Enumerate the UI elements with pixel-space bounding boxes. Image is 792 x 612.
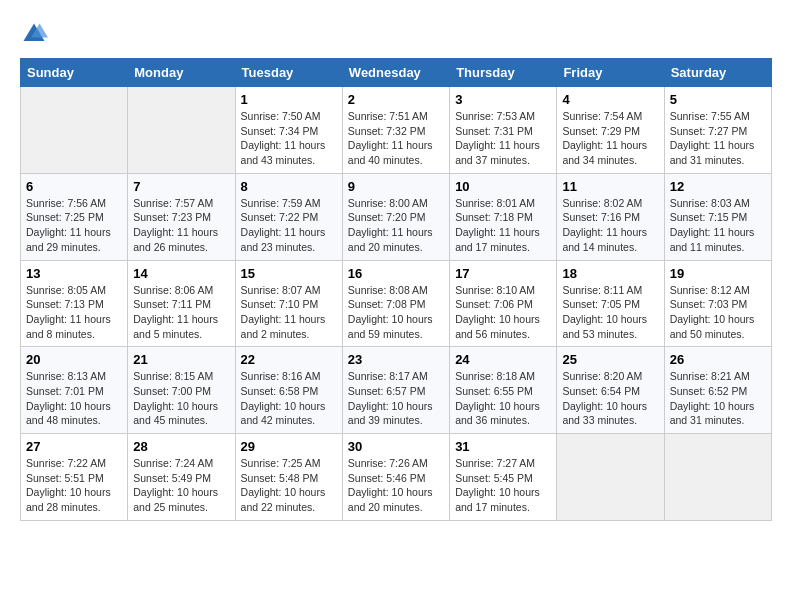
day-info: Sunrise: 8:16 AM Sunset: 6:58 PM Dayligh… — [241, 369, 337, 428]
day-number: 5 — [670, 92, 766, 107]
day-info: Sunrise: 8:07 AM Sunset: 7:10 PM Dayligh… — [241, 283, 337, 342]
day-number: 4 — [562, 92, 658, 107]
calendar-week-row: 13Sunrise: 8:05 AM Sunset: 7:13 PM Dayli… — [21, 260, 772, 347]
calendar-cell: 1Sunrise: 7:50 AM Sunset: 7:34 PM Daylig… — [235, 87, 342, 174]
calendar-cell: 7Sunrise: 7:57 AM Sunset: 7:23 PM Daylig… — [128, 173, 235, 260]
calendar-cell — [557, 434, 664, 521]
day-number: 17 — [455, 266, 551, 281]
day-number: 29 — [241, 439, 337, 454]
day-info: Sunrise: 8:12 AM Sunset: 7:03 PM Dayligh… — [670, 283, 766, 342]
day-info: Sunrise: 8:18 AM Sunset: 6:55 PM Dayligh… — [455, 369, 551, 428]
calendar-cell: 6Sunrise: 7:56 AM Sunset: 7:25 PM Daylig… — [21, 173, 128, 260]
calendar-cell: 25Sunrise: 8:20 AM Sunset: 6:54 PM Dayli… — [557, 347, 664, 434]
calendar-cell: 4Sunrise: 7:54 AM Sunset: 7:29 PM Daylig… — [557, 87, 664, 174]
calendar-cell: 22Sunrise: 8:16 AM Sunset: 6:58 PM Dayli… — [235, 347, 342, 434]
day-info: Sunrise: 8:21 AM Sunset: 6:52 PM Dayligh… — [670, 369, 766, 428]
calendar-cell — [128, 87, 235, 174]
day-number: 28 — [133, 439, 229, 454]
weekday-header: Thursday — [450, 59, 557, 87]
day-info: Sunrise: 7:53 AM Sunset: 7:31 PM Dayligh… — [455, 109, 551, 168]
calendar-cell: 23Sunrise: 8:17 AM Sunset: 6:57 PM Dayli… — [342, 347, 449, 434]
day-info: Sunrise: 7:55 AM Sunset: 7:27 PM Dayligh… — [670, 109, 766, 168]
day-info: Sunrise: 8:10 AM Sunset: 7:06 PM Dayligh… — [455, 283, 551, 342]
day-info: Sunrise: 8:11 AM Sunset: 7:05 PM Dayligh… — [562, 283, 658, 342]
day-number: 31 — [455, 439, 551, 454]
day-info: Sunrise: 7:51 AM Sunset: 7:32 PM Dayligh… — [348, 109, 444, 168]
day-info: Sunrise: 7:27 AM Sunset: 5:45 PM Dayligh… — [455, 456, 551, 515]
calendar-cell: 30Sunrise: 7:26 AM Sunset: 5:46 PM Dayli… — [342, 434, 449, 521]
calendar-cell: 8Sunrise: 7:59 AM Sunset: 7:22 PM Daylig… — [235, 173, 342, 260]
day-number: 25 — [562, 352, 658, 367]
day-info: Sunrise: 8:15 AM Sunset: 7:00 PM Dayligh… — [133, 369, 229, 428]
weekday-header: Tuesday — [235, 59, 342, 87]
day-info: Sunrise: 7:24 AM Sunset: 5:49 PM Dayligh… — [133, 456, 229, 515]
calendar-cell: 29Sunrise: 7:25 AM Sunset: 5:48 PM Dayli… — [235, 434, 342, 521]
day-number: 30 — [348, 439, 444, 454]
weekday-header: Wednesday — [342, 59, 449, 87]
calendar-cell: 5Sunrise: 7:55 AM Sunset: 7:27 PM Daylig… — [664, 87, 771, 174]
calendar-week-row: 20Sunrise: 8:13 AM Sunset: 7:01 PM Dayli… — [21, 347, 772, 434]
calendar-cell: 9Sunrise: 8:00 AM Sunset: 7:20 PM Daylig… — [342, 173, 449, 260]
calendar-cell: 21Sunrise: 8:15 AM Sunset: 7:00 PM Dayli… — [128, 347, 235, 434]
day-info: Sunrise: 7:25 AM Sunset: 5:48 PM Dayligh… — [241, 456, 337, 515]
day-number: 20 — [26, 352, 122, 367]
calendar-cell: 3Sunrise: 7:53 AM Sunset: 7:31 PM Daylig… — [450, 87, 557, 174]
day-info: Sunrise: 8:17 AM Sunset: 6:57 PM Dayligh… — [348, 369, 444, 428]
calendar-cell: 27Sunrise: 7:22 AM Sunset: 5:51 PM Dayli… — [21, 434, 128, 521]
calendar-table: SundayMondayTuesdayWednesdayThursdayFrid… — [20, 58, 772, 521]
calendar-cell — [664, 434, 771, 521]
day-info: Sunrise: 7:56 AM Sunset: 7:25 PM Dayligh… — [26, 196, 122, 255]
day-number: 10 — [455, 179, 551, 194]
calendar-cell: 16Sunrise: 8:08 AM Sunset: 7:08 PM Dayli… — [342, 260, 449, 347]
day-info: Sunrise: 8:00 AM Sunset: 7:20 PM Dayligh… — [348, 196, 444, 255]
day-number: 15 — [241, 266, 337, 281]
day-number: 21 — [133, 352, 229, 367]
calendar-cell: 28Sunrise: 7:24 AM Sunset: 5:49 PM Dayli… — [128, 434, 235, 521]
day-number: 3 — [455, 92, 551, 107]
weekday-header: Sunday — [21, 59, 128, 87]
day-info: Sunrise: 8:06 AM Sunset: 7:11 PM Dayligh… — [133, 283, 229, 342]
day-info: Sunrise: 8:05 AM Sunset: 7:13 PM Dayligh… — [26, 283, 122, 342]
day-number: 16 — [348, 266, 444, 281]
day-number: 22 — [241, 352, 337, 367]
day-number: 27 — [26, 439, 122, 454]
day-number: 19 — [670, 266, 766, 281]
calendar-cell: 18Sunrise: 8:11 AM Sunset: 7:05 PM Dayli… — [557, 260, 664, 347]
calendar-cell: 17Sunrise: 8:10 AM Sunset: 7:06 PM Dayli… — [450, 260, 557, 347]
day-number: 26 — [670, 352, 766, 367]
calendar-cell: 15Sunrise: 8:07 AM Sunset: 7:10 PM Dayli… — [235, 260, 342, 347]
day-number: 14 — [133, 266, 229, 281]
calendar-cell: 20Sunrise: 8:13 AM Sunset: 7:01 PM Dayli… — [21, 347, 128, 434]
calendar-cell: 31Sunrise: 7:27 AM Sunset: 5:45 PM Dayli… — [450, 434, 557, 521]
day-number: 9 — [348, 179, 444, 194]
calendar-cell — [21, 87, 128, 174]
day-info: Sunrise: 7:26 AM Sunset: 5:46 PM Dayligh… — [348, 456, 444, 515]
calendar-cell: 13Sunrise: 8:05 AM Sunset: 7:13 PM Dayli… — [21, 260, 128, 347]
day-info: Sunrise: 7:54 AM Sunset: 7:29 PM Dayligh… — [562, 109, 658, 168]
day-info: Sunrise: 7:57 AM Sunset: 7:23 PM Dayligh… — [133, 196, 229, 255]
weekday-header: Friday — [557, 59, 664, 87]
calendar-cell: 14Sunrise: 8:06 AM Sunset: 7:11 PM Dayli… — [128, 260, 235, 347]
calendar-cell: 10Sunrise: 8:01 AM Sunset: 7:18 PM Dayli… — [450, 173, 557, 260]
calendar-cell: 19Sunrise: 8:12 AM Sunset: 7:03 PM Dayli… — [664, 260, 771, 347]
calendar-cell: 2Sunrise: 7:51 AM Sunset: 7:32 PM Daylig… — [342, 87, 449, 174]
calendar-header-row: SundayMondayTuesdayWednesdayThursdayFrid… — [21, 59, 772, 87]
logo — [20, 20, 52, 48]
calendar-week-row: 6Sunrise: 7:56 AM Sunset: 7:25 PM Daylig… — [21, 173, 772, 260]
weekday-header: Monday — [128, 59, 235, 87]
calendar-cell: 26Sunrise: 8:21 AM Sunset: 6:52 PM Dayli… — [664, 347, 771, 434]
calendar-cell: 11Sunrise: 8:02 AM Sunset: 7:16 PM Dayli… — [557, 173, 664, 260]
day-info: Sunrise: 8:03 AM Sunset: 7:15 PM Dayligh… — [670, 196, 766, 255]
day-number: 7 — [133, 179, 229, 194]
day-info: Sunrise: 8:02 AM Sunset: 7:16 PM Dayligh… — [562, 196, 658, 255]
logo-icon — [20, 20, 48, 48]
day-info: Sunrise: 8:20 AM Sunset: 6:54 PM Dayligh… — [562, 369, 658, 428]
day-number: 12 — [670, 179, 766, 194]
day-number: 6 — [26, 179, 122, 194]
day-number: 8 — [241, 179, 337, 194]
calendar-week-row: 27Sunrise: 7:22 AM Sunset: 5:51 PM Dayli… — [21, 434, 772, 521]
page-header — [20, 20, 772, 48]
day-number: 23 — [348, 352, 444, 367]
day-number: 24 — [455, 352, 551, 367]
day-info: Sunrise: 7:59 AM Sunset: 7:22 PM Dayligh… — [241, 196, 337, 255]
